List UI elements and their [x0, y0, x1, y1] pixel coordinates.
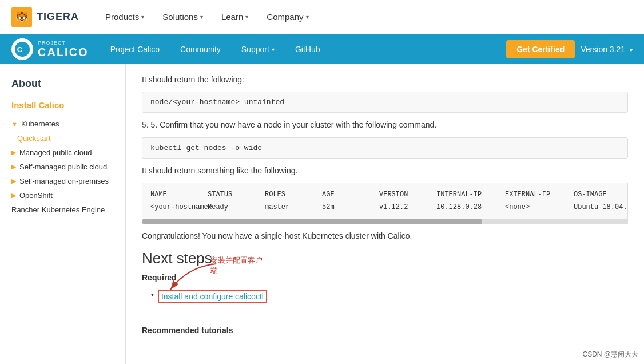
col-status-header: STATUS	[208, 189, 253, 201]
sidebar-about-heading: About	[0, 73, 125, 97]
congratulations-text: Congratulations! You now have a single-h…	[142, 231, 628, 240]
col-version-header: VERSION	[379, 189, 425, 201]
sidebar-item-openshift[interactable]: ▶ OpenShift	[0, 188, 125, 203]
sidebar: About Install Calico ▼ Kubernetes Quicks…	[0, 64, 126, 364]
main-layout: About Install Calico ▼ Kubernetes Quicks…	[0, 64, 644, 364]
sidebar-kubernetes-section: ▼ Kubernetes Quickstart ▶ Managed public…	[0, 113, 125, 220]
annotation-container: 安装并配置客户端	[210, 255, 267, 276]
learn-nav-item[interactable]: Learn ▾	[212, 0, 257, 34]
calico-nav-right: Get Certified Version 3.21 ▾	[506, 40, 633, 58]
cell-os-image: Ubuntu 18.04.1 LTS	[574, 201, 628, 214]
self-managed-public-expand-icon: ▶	[11, 163, 16, 171]
self-managed-onprem-expand-icon: ▶	[11, 177, 16, 185]
community-nav-item[interactable]: Community	[170, 34, 231, 64]
calico-navbar: C PROJECT CALICO Project Calico Communit…	[0, 34, 644, 64]
tigera-navbar: 🐯 TIGERA Products ▾ Solutions ▾ Learn ▾ …	[0, 0, 644, 34]
step5-result-text: It should return something like the foll…	[142, 164, 628, 177]
table-inner: NAME STATUS ROLES AGE VERSION INTERNAL-I…	[142, 183, 627, 219]
support-nav-item[interactable]: Support ▾	[231, 34, 285, 64]
table-data-row: <your-hostname> Ready master 52m v1.12.2…	[150, 201, 619, 214]
table-scrollbar[interactable]	[142, 219, 627, 224]
sidebar-install-calico[interactable]: Install Calico	[0, 97, 125, 113]
code-block-1: node/<your-hostname> untainted	[142, 92, 628, 113]
tigera-nav-items: Products ▾ Solutions ▾ Learn ▾ Company ▾	[96, 0, 318, 34]
sidebar-item-self-managed-on-premises[interactable]: ▶ Self-managed on-premises	[0, 174, 125, 188]
table-header-row: NAME STATUS ROLES AGE VERSION INTERNAL-I…	[150, 189, 619, 201]
col-name-header: NAME	[150, 189, 196, 201]
github-nav-item[interactable]: GitHub	[285, 34, 331, 64]
kubernetes-expand-icon: ▼	[11, 121, 18, 128]
col-internal-ip-header: INTERNAL-IP	[436, 189, 494, 201]
tigera-logo-icon: 🐯	[11, 7, 32, 27]
solutions-arrow-icon: ▾	[200, 14, 203, 20]
main-content: It should return the following: node/<yo…	[126, 64, 644, 364]
products-nav-item[interactable]: Products ▾	[96, 0, 153, 34]
calico-logo-icon: C	[11, 38, 33, 60]
annotation-arrow-svg	[165, 261, 222, 295]
support-arrow-icon: ▾	[272, 46, 275, 53]
solutions-nav-item[interactable]: Solutions ▾	[153, 0, 212, 34]
sidebar-item-managed-public-cloud[interactable]: ▶ Managed public cloud	[0, 145, 125, 160]
tigera-logo-text: TIGERA	[37, 11, 79, 23]
cell-internal-ip: 10.128.0.28	[436, 201, 494, 214]
col-roles-header: ROLES	[265, 189, 311, 201]
sidebar-item-self-managed-public-cloud[interactable]: ▶ Self-managed public cloud	[0, 160, 125, 174]
cell-status: Ready	[208, 201, 253, 214]
recommended-tutorials-label: Recommended tutorials	[142, 326, 628, 335]
nodes-table: NAME STATUS ROLES AGE VERSION INTERNAL-I…	[142, 183, 628, 224]
openshift-expand-icon: ▶	[11, 192, 16, 199]
tigera-logo[interactable]: 🐯 TIGERA	[11, 7, 79, 27]
table-scrollbar-thumb	[142, 219, 482, 224]
col-external-ip-header: EXTERNAL-IP	[505, 189, 562, 201]
managed-cloud-expand-icon: ▶	[11, 149, 16, 156]
step5-label: 5.	[142, 120, 151, 129]
project-calico-nav-item[interactable]: Project Calico	[100, 34, 170, 64]
company-nav-item[interactable]: Company ▾	[257, 0, 317, 34]
calico-logo-text-block: PROJECT CALICO	[38, 40, 89, 59]
get-certified-button[interactable]: Get Certified	[506, 40, 575, 58]
sidebar-item-kubernetes[interactable]: ▼ Kubernetes	[0, 117, 125, 131]
sidebar-item-rancher[interactable]: Rancher Kubernetes Engine	[0, 203, 125, 217]
cell-version: v1.12.2	[379, 201, 425, 214]
bullet-dot: •	[151, 290, 154, 299]
cell-roles: master	[265, 201, 311, 214]
install-link-container: • Install and configure calicoctl 安装并配置客…	[142, 287, 267, 306]
svg-text:C: C	[17, 45, 23, 54]
learn-arrow-icon: ▾	[245, 14, 248, 20]
version-selector[interactable]: Version 3.21 ▾	[581, 45, 633, 54]
version-arrow-icon: ▾	[630, 47, 633, 53]
col-os-image-header: OS-IMAGE	[574, 189, 628, 201]
cell-external-ip: <none>	[505, 201, 562, 214]
code-block-2: kubectl get nodes -o wide	[142, 137, 628, 159]
cell-age: 52m	[322, 201, 368, 214]
company-arrow-icon: ▾	[306, 14, 309, 20]
intro-text: It should return the following:	[142, 73, 628, 86]
calico-logo[interactable]: C PROJECT CALICO	[11, 38, 89, 60]
cell-hostname: <your-hostname>	[150, 201, 196, 214]
calico-nav-items: Project Calico Community Support ▾ GitHu…	[100, 34, 507, 64]
step5-text: 5. 5. Confirm that you now have a node i…	[142, 118, 628, 131]
sidebar-item-quickstart[interactable]: Quickstart	[0, 131, 125, 145]
col-age-header: AGE	[322, 189, 368, 201]
csdn-watermark: CSDN @慧闲大大	[582, 350, 638, 359]
products-arrow-icon: ▾	[141, 14, 144, 20]
